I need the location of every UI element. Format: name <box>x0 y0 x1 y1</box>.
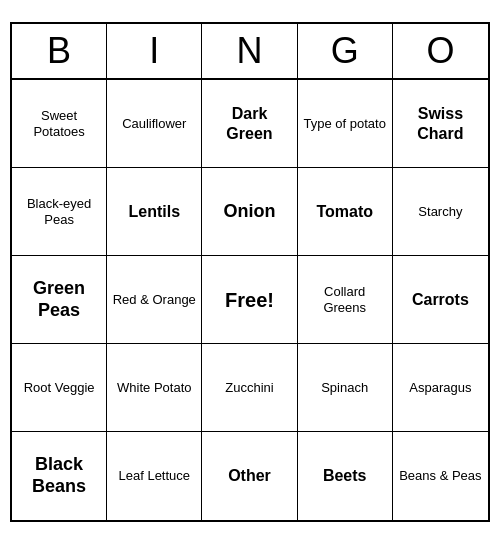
bingo-cell-8: Tomato <box>298 168 393 256</box>
bingo-cell-17: Zucchini <box>202 344 297 432</box>
header-letter-b: B <box>12 24 107 78</box>
bingo-cell-24: Beans & Peas <box>393 432 488 520</box>
bingo-cell-12: Free! <box>202 256 297 344</box>
bingo-cell-18: Spinach <box>298 344 393 432</box>
bingo-cell-7: Onion <box>202 168 297 256</box>
bingo-cell-19: Asparagus <box>393 344 488 432</box>
bingo-cell-2: Dark Green <box>202 80 297 168</box>
bingo-cell-9: Starchy <box>393 168 488 256</box>
bingo-cell-4: Swiss Chard <box>393 80 488 168</box>
bingo-cell-11: Red & Orange <box>107 256 202 344</box>
bingo-cell-23: Beets <box>298 432 393 520</box>
bingo-cell-13: Collard Greens <box>298 256 393 344</box>
bingo-cell-16: White Potato <box>107 344 202 432</box>
header-letter-o: O <box>393 24 488 78</box>
bingo-cell-3: Type of potato <box>298 80 393 168</box>
bingo-grid: Sweet PotatoesCauliflowerDark GreenType … <box>12 80 488 520</box>
bingo-cell-15: Root Veggie <box>12 344 107 432</box>
header-letter-i: I <box>107 24 202 78</box>
bingo-cell-1: Cauliflower <box>107 80 202 168</box>
bingo-cell-21: Leaf Lettuce <box>107 432 202 520</box>
bingo-header: BINGO <box>12 24 488 80</box>
bingo-card: BINGO Sweet PotatoesCauliflowerDark Gree… <box>10 22 490 522</box>
bingo-cell-22: Other <box>202 432 297 520</box>
bingo-cell-20: Black Beans <box>12 432 107 520</box>
bingo-cell-5: Black-eyed Peas <box>12 168 107 256</box>
bingo-cell-6: Lentils <box>107 168 202 256</box>
bingo-cell-10: Green Peas <box>12 256 107 344</box>
header-letter-n: N <box>202 24 297 78</box>
bingo-cell-0: Sweet Potatoes <box>12 80 107 168</box>
bingo-cell-14: Carrots <box>393 256 488 344</box>
header-letter-g: G <box>298 24 393 78</box>
